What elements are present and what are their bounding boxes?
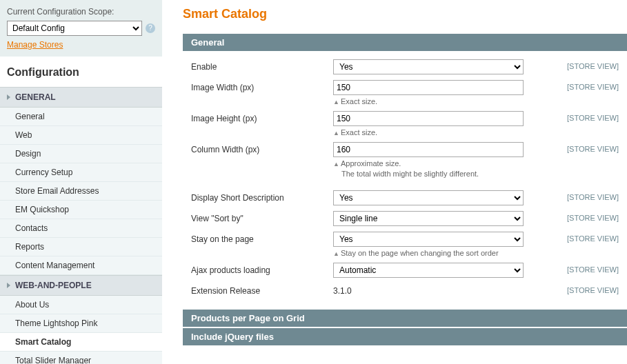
label-sortby: View "Sort by" bbox=[191, 211, 333, 223]
row-image-width: Image Width (px) ▲Exact size. [STORE VIE… bbox=[191, 80, 619, 105]
scope-column-width: [STORE VIEW] bbox=[529, 142, 619, 153]
page-title: Smart Catalog bbox=[183, 0, 627, 34]
input-image-width[interactable] bbox=[333, 80, 524, 95]
label-release: Extension Release bbox=[191, 283, 333, 296]
triangle-icon: ▲ bbox=[333, 161, 339, 168]
sidebar-item-theme-lightshop[interactable]: Theme Lightshop Pink bbox=[0, 314, 162, 333]
note-column-width: ▲Approximate size. bbox=[333, 159, 524, 168]
sidebar-item-web[interactable]: Web bbox=[0, 126, 162, 145]
sidebar-item-reports[interactable]: Reports bbox=[0, 238, 162, 256]
note-image-height: ▲Exact size. bbox=[333, 128, 524, 136]
scope-enable: [STORE VIEW] bbox=[529, 59, 619, 70]
sidebar-item-contacts[interactable]: Contacts bbox=[0, 219, 162, 238]
select-ajax[interactable]: Automatic bbox=[333, 263, 524, 278]
scope-label: Current Configuration Scope: bbox=[7, 7, 155, 17]
select-sortby[interactable]: Single line bbox=[333, 211, 524, 226]
row-ajax: Ajax products loading Automatic [STORE V… bbox=[191, 263, 619, 278]
note-column-width-2: The total width might be slightly differ… bbox=[341, 170, 524, 178]
scope-short-desc: [STORE VIEW] bbox=[529, 190, 619, 201]
row-stay: Stay on the page Yes ▲Stay on the page w… bbox=[191, 232, 619, 257]
fieldset-jquery-head[interactable]: Include jQuery files bbox=[183, 328, 627, 345]
label-stay: Stay on the page bbox=[191, 232, 333, 244]
sidebar-item-total-slider[interactable]: Total Slider Manager bbox=[0, 352, 162, 364]
nav-section-wap[interactable]: WEB-AND-PEOPLE bbox=[0, 275, 162, 296]
sidebar: Current Configuration Scope: Default Con… bbox=[0, 0, 162, 364]
input-column-width[interactable] bbox=[333, 142, 524, 157]
scope-ajax: [STORE VIEW] bbox=[529, 263, 619, 274]
label-image-width: Image Width (px) bbox=[191, 80, 333, 92]
select-enable[interactable]: Yes bbox=[333, 59, 524, 74]
triangle-icon: ▲ bbox=[333, 99, 339, 105]
input-image-height[interactable] bbox=[333, 111, 524, 126]
triangle-icon: ▲ bbox=[333, 130, 339, 136]
select-short-desc[interactable]: Yes bbox=[333, 190, 524, 205]
label-column-width: Column Width (px) bbox=[191, 142, 333, 154]
triangle-icon: ▲ bbox=[333, 250, 339, 257]
select-stay[interactable]: Yes bbox=[333, 232, 524, 247]
fieldset-general-body: Enable Yes [STORE VIEW] Image Width (px)… bbox=[183, 51, 627, 305]
label-enable: Enable bbox=[191, 59, 333, 72]
scope-sortby: [STORE VIEW] bbox=[529, 211, 619, 222]
scope-image-width: [STORE VIEW] bbox=[529, 80, 619, 91]
fieldset-grid-head[interactable]: Products per Page on Grid bbox=[183, 310, 627, 327]
manage-stores-link[interactable]: Manage Stores bbox=[7, 40, 63, 50]
row-release: Extension Release 3.1.0 [STORE VIEW] bbox=[191, 283, 619, 296]
scope-image-height: [STORE VIEW] bbox=[529, 111, 619, 122]
row-sortby: View "Sort by" Single line [STORE VIEW] bbox=[191, 211, 619, 226]
nav-section-general[interactable]: GENERAL bbox=[0, 87, 162, 108]
label-ajax: Ajax products loading bbox=[191, 263, 333, 275]
sidebar-item-smart-catalog[interactable]: Smart Catalog bbox=[0, 333, 162, 352]
main: Smart Catalog General Enable Yes [STORE … bbox=[162, 0, 627, 364]
sidebar-item-em-quickshop[interactable]: EM Quickshop bbox=[0, 201, 162, 219]
fieldset-general-head[interactable]: General bbox=[183, 34, 627, 51]
label-short-desc: Display Short Description bbox=[191, 190, 333, 203]
scope-select[interactable]: Default Config bbox=[7, 21, 142, 36]
help-icon[interactable]: ? bbox=[146, 23, 155, 33]
note-stay: ▲Stay on the page when changing the sort… bbox=[333, 249, 524, 257]
row-enable: Enable Yes [STORE VIEW] bbox=[191, 59, 619, 74]
sidebar-item-general[interactable]: General bbox=[0, 108, 162, 126]
value-release: 3.1.0 bbox=[333, 283, 524, 296]
label-image-height: Image Height (px) bbox=[191, 111, 333, 123]
scope-stay: [STORE VIEW] bbox=[529, 232, 619, 243]
sidebar-item-about-us[interactable]: About Us bbox=[0, 296, 162, 314]
row-column-width: Column Width (px) ▲Approximate size. The… bbox=[191, 142, 619, 178]
scope-release: [STORE VIEW] bbox=[529, 283, 619, 294]
row-image-height: Image Height (px) ▲Exact size. [STORE VI… bbox=[191, 111, 619, 136]
note-image-width: ▲Exact size. bbox=[333, 97, 524, 105]
row-short-desc: Display Short Description Yes [STORE VIE… bbox=[191, 190, 619, 205]
config-title: Configuration bbox=[0, 57, 162, 87]
sidebar-item-content-mgmt[interactable]: Content Management bbox=[0, 256, 162, 275]
sidebar-item-currency-setup[interactable]: Currency Setup bbox=[0, 163, 162, 182]
scope-box: Current Configuration Scope: Default Con… bbox=[0, 0, 162, 57]
sidebar-item-store-email[interactable]: Store Email Addresses bbox=[0, 182, 162, 201]
sidebar-item-design[interactable]: Design bbox=[0, 145, 162, 163]
